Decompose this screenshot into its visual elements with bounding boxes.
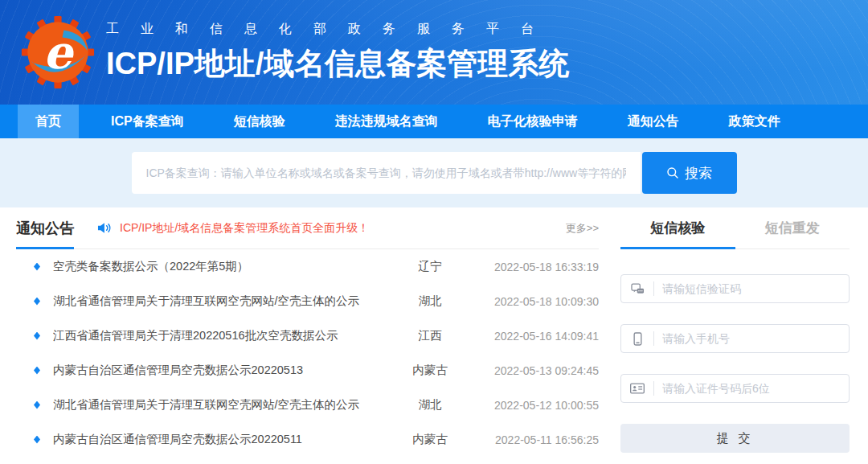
- miit-gear-logo-icon: e: [21, 15, 95, 89]
- notice-row[interactable]: 内蒙古自治区通信管理局空壳数据公示20220513 内蒙古 2022-05-13…: [16, 353, 599, 388]
- svg-text:e: e: [43, 25, 75, 79]
- sms-tabs: 短信核验 短信重发: [620, 207, 850, 249]
- nav-item-e-verify-apply[interactable]: 电子化核验申请: [470, 105, 596, 138]
- notice-row-title: 空壳类备案数据公示（2022年第5期）: [53, 259, 382, 274]
- section-title-notices: 通知公告: [16, 207, 74, 248]
- notice-row-datetime: 2022-05-11 16:56:25: [478, 433, 599, 446]
- sms-code-input[interactable]: [654, 282, 849, 295]
- bullet-diamond-icon: [34, 332, 40, 340]
- notice-row-title: 湖北省通信管理局关于清理互联网空壳网站/空壳主体的公示: [53, 294, 382, 309]
- notice-row-province: 内蒙古: [382, 432, 478, 447]
- notice-row-province: 湖北: [382, 294, 478, 309]
- nav-item-illegal-domain-query[interactable]: 违法违规域名查询: [317, 105, 456, 138]
- page: e 工业和信息化部政务服务平台 ICP/IP地址/域名信息备案管理系统 首页 I…: [0, 0, 868, 464]
- notice-list: 空壳类备案数据公示（2022年第5期） 辽宁 2022-05-18 16:33:…: [16, 249, 599, 457]
- notice-row[interactable]: 湖北省通信管理局关于清理互联网空壳网站/空壳主体的公示 湖北 2022-05-1…: [16, 388, 599, 422]
- phone-field: [620, 324, 850, 353]
- nav-item-sms-verify[interactable]: 短信核验: [216, 105, 303, 138]
- notice-headline-link[interactable]: ICP/IP地址/域名信息备案管理系统首页全面升级！: [120, 221, 369, 236]
- id-number-field: [620, 374, 850, 403]
- search-icon: [666, 166, 679, 179]
- notice-row-datetime: 2022-05-16 14:09:41: [478, 330, 599, 343]
- nav-item-notices[interactable]: 通知公告: [610, 105, 697, 138]
- notice-row-datetime: 2022-05-13 09:24:45: [478, 364, 599, 377]
- bullet-diamond-icon: [34, 401, 40, 409]
- search-button[interactable]: 搜索: [642, 152, 737, 194]
- notice-row-title: 内蒙古自治区通信管理局空壳数据公示20220511: [53, 432, 382, 447]
- notice-row-datetime: 2022-05-18 16:33:19: [478, 261, 599, 273]
- main-nav: 首页 ICP备案查询 短信核验 违法违规域名查询 电子化核验申请 通知公告 政策…: [0, 105, 868, 138]
- notice-row-province: 江西: [382, 328, 478, 343]
- id-number-input[interactable]: [654, 382, 849, 395]
- notice-row[interactable]: 空壳类备案数据公示（2022年第5期） 辽宁 2022-05-18 16:33:…: [16, 249, 599, 284]
- notice-row[interactable]: 内蒙古自治区通信管理局空壳数据公示20220511 内蒙古 2022-05-11…: [16, 422, 599, 457]
- bullet-diamond-icon: [34, 263, 40, 271]
- nav-item-icp-query[interactable]: ICP备案查询: [93, 105, 202, 138]
- bullet-diamond-icon: [34, 367, 40, 375]
- platform-subtitle: 工业和信息化部政务服务平台: [106, 21, 569, 38]
- id-card-icon: [621, 380, 653, 396]
- notice-row[interactable]: 湖北省通信管理局关于清理互联网空壳网站/空壳主体的公示 湖北 2022-05-1…: [16, 284, 599, 318]
- tab-sms-verify[interactable]: 短信核验: [620, 207, 735, 248]
- icp-search-input[interactable]: [132, 152, 641, 194]
- page-title: ICP/IP地址/域名信息备案管理系统: [106, 43, 569, 84]
- notice-section: 通知公告 ICP/IP地址/域名信息备案管理系统首页全面升级！ 更多>> 空壳类…: [16, 207, 599, 457]
- notice-row[interactable]: 江西省通信管理局关于清理20220516批次空壳数据公示 江西 2022-05-…: [16, 318, 599, 353]
- search-button-label: 搜索: [685, 164, 712, 183]
- site-header: e 工业和信息化部政务服务平台 ICP/IP地址/域名信息备案管理系统: [0, 0, 868, 105]
- nav-item-home[interactable]: 首页: [18, 105, 79, 138]
- notice-row-province: 辽宁: [382, 259, 478, 274]
- submit-button[interactable]: 提 交: [620, 424, 850, 453]
- notice-row-province: 湖北: [382, 397, 478, 413]
- notice-row-title: 江西省通信管理局关于清理20220516批次空壳数据公示: [53, 328, 382, 343]
- mobile-phone-icon: [621, 331, 653, 347]
- notice-row-datetime: 2022-05-12 10:00:55: [478, 399, 599, 412]
- tab-sms-resend[interactable]: 短信重发: [735, 207, 850, 248]
- nav-item-policy-files[interactable]: 政策文件: [711, 105, 798, 138]
- notice-header-row: 通知公告 ICP/IP地址/域名信息备案管理系统首页全面升级！ 更多>>: [16, 207, 599, 249]
- sms-message-icon: [621, 281, 653, 297]
- main-content: 通知公告 ICP/IP地址/域名信息备案管理系统首页全面升级！ 更多>> 空壳类…: [0, 207, 868, 457]
- notice-row-datetime: 2022-05-18 10:09:30: [478, 295, 599, 308]
- search-section: 搜索: [0, 138, 868, 207]
- announcement-horn-icon: [96, 220, 112, 236]
- bullet-diamond-icon: [34, 298, 40, 306]
- bullet-diamond-icon: [34, 436, 40, 444]
- sms-panel: 短信核验 短信重发: [620, 207, 850, 457]
- notice-row-province: 内蒙古: [382, 363, 478, 378]
- phone-input[interactable]: [654, 332, 849, 345]
- search-box: 搜索: [132, 152, 737, 194]
- notice-row-title: 湖北省通信管理局关于清理互联网空壳网站/空壳主体的公示: [53, 397, 382, 413]
- sms-code-field: [620, 274, 850, 303]
- notice-row-title: 内蒙古自治区通信管理局空壳数据公示20220513: [53, 363, 382, 378]
- more-link[interactable]: 更多>>: [566, 221, 599, 236]
